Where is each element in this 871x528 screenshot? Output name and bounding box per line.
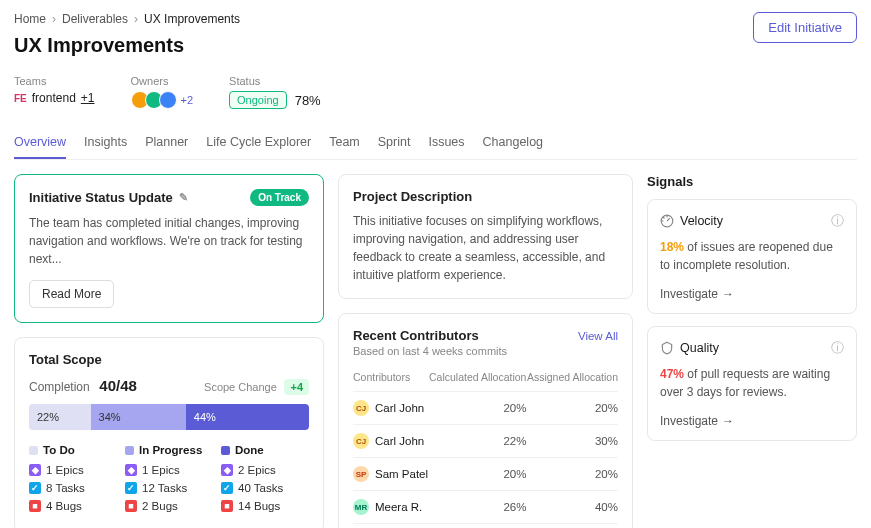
contributor-name: Meera R. xyxy=(375,501,422,513)
prog-epics: 1 Epics xyxy=(142,464,180,476)
arrow-right-icon: → xyxy=(722,287,734,301)
table-row[interactable]: CJCarl John22%30% xyxy=(353,425,618,458)
tab-overview[interactable]: Overview xyxy=(14,129,66,159)
calc-allocation: 20% xyxy=(428,392,526,425)
status-tag: Ongoing xyxy=(229,91,287,109)
table-row[interactable]: SPSam Patel20%20% xyxy=(353,458,618,491)
team-badge: FE xyxy=(14,93,27,104)
epic-icon: ◆ xyxy=(125,464,137,476)
progress-todo: 22% xyxy=(29,404,91,430)
status-update-card: Initiative Status Update ✎ On Track The … xyxy=(14,174,324,323)
owner-avatars[interactable] xyxy=(131,91,177,109)
progress-done: 44% xyxy=(186,404,309,430)
contributor-name: Sam Patel xyxy=(375,468,428,480)
crumb-home[interactable]: Home xyxy=(14,12,46,26)
done-bugs: 14 Bugs xyxy=(238,500,280,512)
team-name[interactable]: frontend xyxy=(32,91,76,105)
th-assigned: Assigned Allocation xyxy=(526,367,618,392)
signals-title: Signals xyxy=(647,174,857,189)
todo-epics: 1 Epics xyxy=(46,464,84,476)
read-more-button[interactable]: Read More xyxy=(29,280,114,308)
edit-initiative-button[interactable]: Edit Initiative xyxy=(753,12,857,43)
assigned-allocation: 40% xyxy=(526,491,618,524)
todo-tasks: 8 Tasks xyxy=(46,482,85,494)
velocity-signal-card: Velocity ⓘ 18% of issues are reopened du… xyxy=(647,199,857,314)
calc-allocation: 26% xyxy=(428,491,526,524)
tab-changelog[interactable]: Changelog xyxy=(483,129,543,159)
bug-icon: ■ xyxy=(125,500,137,512)
crumb-deliverables[interactable]: Deliverables xyxy=(62,12,128,26)
status-block: Status Ongoing 78% xyxy=(229,75,321,109)
assigned-allocation: 20% xyxy=(526,458,618,491)
square-icon xyxy=(221,446,230,455)
contributors-card: Recent Contributors View All Based on la… xyxy=(338,313,633,528)
progress-bar: 22% 34% 44% xyxy=(29,404,309,430)
bug-icon: ■ xyxy=(29,500,41,512)
crumb-current: UX Improvements xyxy=(144,12,240,26)
avatar xyxy=(159,91,177,109)
view-all-link[interactable]: View All xyxy=(578,330,618,342)
contributor-name: Carl John xyxy=(375,435,424,447)
contributor-name: Carl John xyxy=(375,402,424,414)
tab-sprint[interactable]: Sprint xyxy=(378,129,411,159)
table-row[interactable]: MRMeera R.16%30% xyxy=(353,524,618,529)
task-icon: ✓ xyxy=(29,482,41,494)
info-icon[interactable]: ⓘ xyxy=(831,339,844,357)
avatar: CJ xyxy=(353,433,369,449)
col-todo-label: To Do xyxy=(43,444,75,456)
desc-body: This initiative focuses on simplifying w… xyxy=(353,212,618,284)
desc-title: Project Description xyxy=(353,189,618,204)
tab-insights[interactable]: Insights xyxy=(84,129,127,159)
team-more[interactable]: +1 xyxy=(81,91,95,105)
calc-allocation: 20% xyxy=(428,458,526,491)
th-calc: Calculated Allocation xyxy=(428,367,526,392)
scope-change-label: Scope Change xyxy=(204,381,277,393)
epic-icon: ◆ xyxy=(29,464,41,476)
status-card-title: Initiative Status Update xyxy=(29,190,173,205)
status-percent: 78% xyxy=(295,93,321,108)
tab-team[interactable]: Team xyxy=(329,129,360,159)
prog-tasks: 12 Tasks xyxy=(142,482,187,494)
shield-icon xyxy=(660,341,674,355)
quality-name: Quality xyxy=(680,341,719,355)
done-epics: 2 Epics xyxy=(238,464,276,476)
table-row[interactable]: MRMeera R.26%40% xyxy=(353,491,618,524)
page-title: UX Improvements xyxy=(14,34,240,57)
investigate-link[interactable]: Investigate→ xyxy=(660,414,734,428)
tab-planner[interactable]: Planner xyxy=(145,129,188,159)
prog-bugs: 2 Bugs xyxy=(142,500,178,512)
bug-icon: ■ xyxy=(221,500,233,512)
chevron-right-icon: › xyxy=(134,12,138,26)
contributors-table: Contributors Calculated Allocation Assig… xyxy=(353,367,618,528)
owners-more[interactable]: +2 xyxy=(181,94,194,106)
investigate-link[interactable]: Investigate→ xyxy=(660,287,734,301)
avatar: SP xyxy=(353,466,369,482)
arrow-right-icon: → xyxy=(722,414,734,428)
task-icon: ✓ xyxy=(221,482,233,494)
done-tasks: 40 Tasks xyxy=(238,482,283,494)
pencil-icon[interactable]: ✎ xyxy=(179,191,188,204)
scope-change-badge: +4 xyxy=(284,379,309,395)
todo-bugs: 4 Bugs xyxy=(46,500,82,512)
owners-block: Owners +2 xyxy=(131,75,194,109)
tab-issues[interactable]: Issues xyxy=(428,129,464,159)
square-icon xyxy=(29,446,38,455)
calc-allocation: 16% xyxy=(428,524,526,529)
th-contributors: Contributors xyxy=(353,367,428,392)
task-icon: ✓ xyxy=(125,482,137,494)
avatar: MR xyxy=(353,499,369,515)
gauge-icon xyxy=(660,214,674,228)
completion-value: 40/48 xyxy=(99,377,137,394)
info-icon[interactable]: ⓘ xyxy=(831,212,844,230)
quality-signal-card: Quality ⓘ 47% of pull requests are waiti… xyxy=(647,326,857,441)
square-icon xyxy=(125,446,134,455)
project-description-card: Project Description This initiative focu… xyxy=(338,174,633,299)
col-prog-label: In Progress xyxy=(139,444,202,456)
calc-allocation: 22% xyxy=(428,425,526,458)
tab-life-cycle[interactable]: Life Cycle Explorer xyxy=(206,129,311,159)
completion-label: Completion xyxy=(29,380,90,394)
tabs: Overview Insights Planner Life Cycle Exp… xyxy=(14,129,857,160)
epic-icon: ◆ xyxy=(221,464,233,476)
table-row[interactable]: CJCarl John20%20% xyxy=(353,392,618,425)
breadcrumb: Home › Deliverables › UX Improvements xyxy=(14,12,240,26)
